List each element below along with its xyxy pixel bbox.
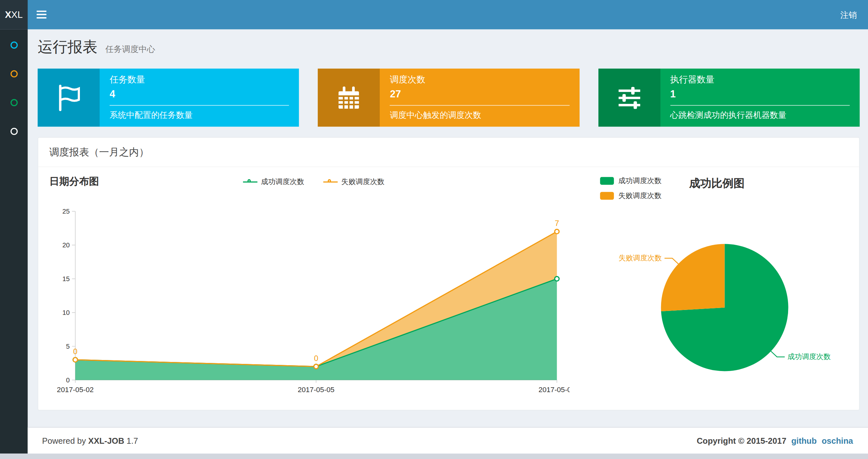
svg-text:0: 0: [66, 376, 69, 384]
logo-text: XL: [11, 9, 23, 20]
copyright-text: Copyright © 2015-2017: [697, 436, 786, 446]
report-panel: 调度报表（一月之内） 日期分布图 成功调度次: [38, 137, 860, 411]
line-chart-header: 日期分布图 成功调度次数: [50, 173, 578, 192]
tile-icon-box: [318, 68, 380, 127]
tile-title: 调度次数: [390, 74, 569, 86]
tile-trigger-count: 调度次数 27 调度中心触发的调度次数: [318, 68, 580, 127]
copyright-area: Copyright © 2015-2017 github oschina: [697, 436, 853, 446]
powered-by-prefix: Powered by: [42, 436, 86, 446]
bottom-strip: [0, 454, 868, 459]
sidebar-toggle-button[interactable]: [28, 0, 55, 29]
svg-text:失败调度次数: 失败调度次数: [619, 254, 662, 262]
tile-desc: 心跳检测成功的执行器机器数量: [670, 110, 850, 121]
tile-desc: 调度中心触发的调度次数: [390, 110, 569, 121]
tile-title: 执行器数量: [670, 74, 850, 86]
legend-item-fail[interactable]: 失败调度次数: [323, 177, 384, 187]
pie-chart-header: 成功调度次数 失败调度次数 成功比例图: [600, 173, 852, 203]
tile-body: 任务数量 4 系统中配置的任务数量: [100, 68, 299, 127]
tile-executor-count: 执行器数量 1 心跳检测成功的执行器机器数量: [598, 68, 860, 127]
tile-value: 27: [390, 89, 569, 100]
legend-swatch-icon: [600, 177, 614, 185]
oschina-link[interactable]: oschina: [822, 436, 853, 446]
tile-title: 任务数量: [110, 74, 289, 86]
circle-icon: [10, 70, 18, 77]
svg-text:15: 15: [62, 275, 70, 283]
legend-label: 失败调度次数: [618, 191, 661, 201]
tile-icon-box: [38, 68, 100, 127]
line-marker-icon: [323, 178, 337, 185]
svg-text:5: 5: [66, 342, 69, 350]
panel-body: 日期分布图 成功调度次数: [38, 167, 859, 410]
hamburger-icon: [36, 10, 46, 19]
legend-item-success[interactable]: 成功调度次数: [243, 177, 304, 187]
svg-text:10: 10: [62, 309, 70, 316]
svg-text:0: 0: [314, 354, 318, 363]
tile-value: 4: [110, 89, 289, 100]
svg-text:成功调度次数: 成功调度次数: [787, 353, 831, 361]
svg-text:2017-05-02: 2017-05-02: [57, 386, 94, 394]
success-ratio-section: 成功调度次数 失败调度次数 成功比例图 成功调度次数失败调度次数: [600, 173, 852, 399]
app-logo[interactable]: XXL: [0, 0, 28, 29]
tile-value: 1: [670, 89, 850, 100]
tile-divider: [390, 105, 569, 106]
sidebar-item-1[interactable]: [0, 31, 28, 59]
pie-chart-legend: 成功调度次数 失败调度次数: [600, 176, 661, 201]
summary-tiles: 任务数量 4 系统中配置的任务数量: [38, 68, 860, 127]
svg-text:25: 25: [62, 207, 70, 215]
pie-chart-title: 成功比例图: [689, 176, 745, 191]
circle-icon: [10, 41, 18, 48]
flag-icon: [54, 83, 83, 112]
sliders-icon: [615, 83, 644, 112]
line-marker-icon: [243, 178, 257, 185]
legend-label: 失败调度次数: [341, 177, 384, 187]
legend-swatch-icon: [600, 192, 614, 200]
line-chart-legend: 成功调度次数 失败调度次数: [50, 173, 578, 187]
legend-label: 成功调度次数: [261, 177, 304, 187]
line-chart-title: 日期分布图: [50, 175, 99, 188]
page-header: 运行报表 任务调度中心: [38, 29, 860, 57]
legend-label: 成功调度次数: [618, 176, 661, 186]
powered-by: Powered by XXL-JOB 1.7: [42, 436, 138, 446]
sidebar-item-2[interactable]: [0, 59, 28, 88]
top-navbar: XXL 注销: [0, 0, 868, 29]
page-title: 运行报表: [38, 39, 97, 55]
app-root: XXL 注销 运行报表 任务调度中心: [0, 0, 868, 459]
calendar-icon: [335, 83, 364, 112]
svg-text:2017-05-05: 2017-05-05: [298, 386, 334, 394]
svg-text:2017-05-08: 2017-05-08: [538, 386, 570, 394]
tile-divider: [670, 105, 850, 106]
sidebar-item-4[interactable]: [0, 117, 28, 146]
legend-item-success[interactable]: 成功调度次数: [600, 176, 661, 186]
svg-text:20: 20: [62, 241, 70, 249]
circle-icon: [10, 128, 18, 135]
github-link[interactable]: github: [791, 436, 817, 446]
tile-desc: 系统中配置的任务数量: [110, 110, 289, 121]
tile-job-count: 任务数量 4 系统中配置的任务数量: [38, 68, 299, 127]
tile-body: 调度次数 27 调度中心触发的调度次数: [380, 68, 580, 127]
logo-text-bold: X: [5, 9, 11, 20]
main-content: 运行报表 任务调度中心 任务数量 4 系统中: [28, 29, 868, 410]
app-version: 1.7: [127, 436, 138, 446]
circle-icon: [10, 99, 18, 106]
logout-link[interactable]: 注销: [829, 0, 868, 29]
legend-item-fail[interactable]: 失败调度次数: [600, 191, 661, 201]
tile-divider: [110, 105, 289, 106]
svg-text:7: 7: [555, 219, 559, 228]
sidebar: [0, 29, 28, 454]
footer: Powered by XXL-JOB 1.7 Copyright © 2015-…: [28, 427, 868, 454]
tile-body: 执行器数量 1 心跳检测成功的执行器机器数量: [660, 68, 860, 127]
sidebar-item-3[interactable]: [0, 88, 28, 117]
success-ratio-pie-chart: 成功调度次数失败调度次数: [600, 203, 852, 386]
date-distribution-chart: 05101520252017-05-022017-05-052017-05-08…: [50, 192, 570, 399]
panel-title: 调度报表（一月之内）: [38, 138, 859, 167]
date-distribution-section: 日期分布图 成功调度次数: [50, 173, 578, 399]
svg-text:0: 0: [73, 347, 77, 356]
page-subtitle: 任务调度中心: [105, 44, 155, 54]
tile-icon-box: [598, 68, 660, 127]
app-name: XXL-JOB: [88, 436, 124, 446]
